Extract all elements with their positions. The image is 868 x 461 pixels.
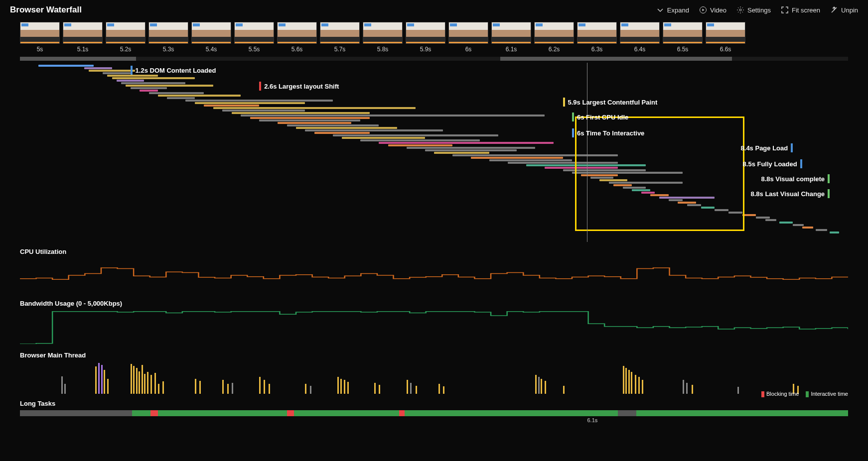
fit-screen-button[interactable]: Fit screen [781,6,820,14]
request-bar[interactable] [650,194,669,196]
request-bar[interactable] [278,122,351,124]
request-bar[interactable] [471,157,563,159]
request-bar[interactable] [641,192,655,194]
request-bar[interactable] [259,119,360,121]
request-bar[interactable] [425,149,517,151]
filmstrip-frame[interactable]: 6.1s [491,22,531,53]
video-button[interactable]: Video [699,6,726,14]
request-bar[interactable] [779,222,793,224]
request-bar[interactable] [185,100,332,102]
request-bar[interactable] [816,229,827,231]
filmstrip-frame[interactable]: 5.6s [277,22,317,53]
filmstrip-frame[interactable]: 6.3s [577,22,617,53]
filmstrip-frame[interactable]: 5.9s [406,22,445,53]
expand-button[interactable]: Expand [656,6,689,14]
request-bar[interactable] [715,209,728,211]
request-bar[interactable] [121,82,185,84]
request-bar[interactable] [314,132,370,134]
filmstrip-frame[interactable]: 6.6s [706,22,745,53]
request-bar[interactable] [793,224,804,226]
timeline-cursor[interactable] [587,63,587,242]
request-bar[interactable] [204,105,259,107]
request-bar[interactable] [590,177,613,179]
request-bar[interactable] [360,139,480,141]
filmstrip-frame[interactable]: 6.2s [534,22,574,53]
filmstrip-frame[interactable]: 5.5s [234,22,274,53]
request-bar[interactable] [765,219,776,221]
filmstrip-frame[interactable]: 5.2s [106,22,145,53]
filmstrip-frame[interactable]: 5.3s [148,22,188,53]
request-bar[interactable] [434,152,489,154]
request-bar[interactable] [678,202,696,204]
unpin-button[interactable]: Unpin [830,6,858,14]
page-title: Browser Waterfall [10,5,656,15]
request-bar[interactable] [452,154,618,156]
request-bar[interactable] [613,184,632,186]
filmstrip-frame[interactable]: 6.5s [663,22,703,53]
request-bar[interactable] [84,67,112,69]
filmstrip-frame[interactable]: 6s [448,22,488,53]
filmstrip-frame[interactable]: 5s [20,22,60,53]
request-bar[interactable] [241,115,544,116]
request-bar[interactable] [140,90,158,92]
request-bar[interactable] [526,164,646,166]
long-tasks-bar[interactable]: 6.1s [20,410,848,416]
request-bar[interactable] [107,75,158,77]
request-bar[interactable] [38,65,94,67]
request-bar[interactable] [158,95,241,97]
request-bar[interactable] [830,231,839,233]
request-bar[interactable] [756,217,770,219]
request-bar[interactable] [112,77,195,79]
filmstrip-scrollbar[interactable] [20,57,848,61]
filmstrip-frame[interactable]: 6.4s [620,22,660,53]
settings-button[interactable]: Settings [736,6,771,14]
request-bar[interactable] [802,227,813,229]
request-bar[interactable] [195,102,305,104]
request-bar[interactable] [296,127,397,129]
request-bar[interactable] [388,144,452,146]
request-bar[interactable] [489,159,572,161]
request-bar[interactable] [213,107,416,109]
request-bar[interactable] [623,187,646,189]
request-bar[interactable] [222,110,305,112]
request-bar[interactable] [131,87,167,89]
filmstrip[interactable]: 5s5.1s5.2s5.3s5.4s5.5s5.6s5.7s5.8s5.9s6s… [0,20,868,55]
request-bar[interactable] [333,134,498,136]
request-bar[interactable] [728,212,742,214]
request-bar[interactable] [563,169,646,171]
filmstrip-frame[interactable]: 5.8s [363,22,403,53]
request-bar[interactable] [149,92,204,94]
request-bar[interactable] [126,85,213,87]
request-bar[interactable] [545,167,618,169]
request-bar[interactable] [117,80,144,82]
cpu-chart[interactable] [20,258,848,292]
request-bar[interactable] [232,112,370,114]
waterfall-chart[interactable]: 1.2s DOM Content Loaded2.6s Largest layo… [20,63,848,242]
request-bar[interactable] [103,72,130,74]
request-bar[interactable] [407,147,536,149]
request-bar[interactable] [659,197,715,199]
main-thread-chart[interactable] [20,362,848,394]
request-bar[interactable] [167,97,194,99]
request-bar[interactable] [687,204,701,206]
filmstrip-frame[interactable]: 5.1s [63,22,103,53]
request-bar[interactable] [508,162,618,164]
request-bar[interactable] [609,182,683,184]
filmstrip-frame[interactable]: 5.7s [320,22,360,53]
request-bar[interactable] [342,137,425,139]
request-bar[interactable] [287,124,379,126]
request-bar[interactable] [89,70,135,72]
request-bar[interactable] [701,207,715,209]
request-bar[interactable] [632,189,650,191]
thread-block [541,379,542,394]
request-bar[interactable] [742,214,756,216]
request-bar[interactable] [599,179,627,181]
bandwidth-chart[interactable] [20,310,848,344]
request-bar[interactable] [250,117,370,119]
request-bar[interactable] [669,199,683,201]
request-bar[interactable] [305,129,443,131]
request-bar[interactable] [379,142,554,144]
request-bar[interactable] [572,172,683,174]
filmstrip-frame[interactable]: 5.4s [191,22,231,53]
thread-block [340,379,342,394]
